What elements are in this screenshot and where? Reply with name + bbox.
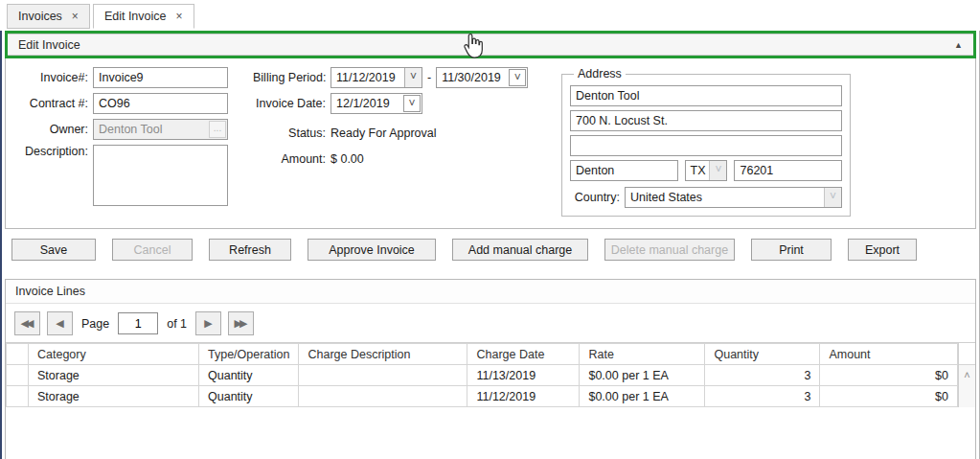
row-selector[interactable]: [7, 365, 29, 386]
address-line2-input[interactable]: [570, 110, 842, 131]
cell-rate[interactable]: $0.00 per 1 EA: [580, 386, 705, 407]
billing-period-end-datepicker[interactable]: 11/30/2019 ˅: [436, 67, 528, 88]
column-header-charge-description[interactable]: Charge Description: [299, 344, 467, 365]
address-legend: Address: [574, 67, 626, 80]
last-page-button[interactable]: ▶▶: [228, 311, 254, 335]
tab-invoices[interactable]: Invoices ×: [7, 4, 90, 29]
grid-pager: ◀◀ ◀ Page of 1 ▶ ▶▶: [6, 304, 975, 342]
chevron-down-icon[interactable]: ˅: [403, 95, 421, 112]
invoice-date-datepicker[interactable]: 12/1/2019 ˅: [330, 93, 422, 114]
page-number-input[interactable]: [118, 312, 158, 334]
app-window: Invoices × Edit Invoice × Edit Invoice ▲…: [0, 0, 980, 459]
cell-category[interactable]: Storage: [29, 386, 199, 407]
grid-vertical-scrollbar[interactable]: ˄: [958, 343, 975, 407]
form-column-left: Invoice#: Contract #: Owner: ... Descrip…: [8, 67, 232, 211]
column-header-rate[interactable]: Rate: [580, 344, 705, 365]
billing-period-separator: -: [427, 71, 431, 84]
contract-number-input[interactable]: [93, 93, 228, 114]
status-value: Ready For Approval: [330, 126, 436, 140]
zip-input[interactable]: [734, 160, 842, 181]
invoice-number-input[interactable]: [93, 67, 228, 88]
save-button[interactable]: Save: [11, 239, 96, 261]
first-page-button[interactable]: ◀◀: [14, 311, 40, 335]
previous-page-button[interactable]: ◀: [47, 311, 73, 335]
cancel-button[interactable]: Cancel: [112, 239, 193, 261]
amount-label: Amount:: [253, 152, 326, 166]
cell-category[interactable]: Storage: [29, 365, 199, 386]
page-label: Page: [81, 317, 109, 331]
invoice-lines-panel: Invoice Lines ◀◀ ◀ Page of 1 ▶ ▶▶: [5, 279, 976, 459]
tab-edit-invoice-label: Edit Invoice: [104, 10, 167, 23]
cell-quantity[interactable]: 3: [705, 365, 820, 386]
approve-invoice-button[interactable]: Approve Invoice: [308, 239, 436, 261]
description-input[interactable]: [93, 145, 228, 206]
column-header-type-operation[interactable]: Type/Operation: [199, 344, 299, 365]
address-line1-input[interactable]: [570, 85, 842, 106]
address-line3-input[interactable]: [570, 135, 842, 156]
billing-period-start-datepicker[interactable]: 11/12/2019 ˅: [330, 67, 422, 88]
state-value: TX: [686, 161, 710, 180]
cell-rate[interactable]: $0.00 per 1 EA: [580, 365, 705, 386]
delete-manual-charge-button[interactable]: Delete manual charge: [604, 239, 735, 261]
column-header-amount[interactable]: Amount: [820, 344, 958, 365]
chevron-down-icon[interactable]: ˅: [404, 68, 422, 87]
table-row[interactable]: Storage Quantity 11/13/2019 $0.00 per 1 …: [7, 365, 958, 386]
amount-value: $ 0.00: [330, 152, 364, 166]
cell-charge-date[interactable]: 11/13/2019: [467, 365, 580, 386]
tab-bar: Invoices × Edit Invoice ×: [0, 0, 980, 29]
invoice-lines-title: Invoice Lines: [6, 280, 975, 304]
column-header-charge-date[interactable]: Charge Date: [467, 344, 580, 365]
owner-input: [93, 119, 228, 140]
expander-title: Edit Invoice: [18, 38, 80, 52]
tab-edit-invoice-close-icon[interactable]: ×: [176, 11, 183, 22]
refresh-button[interactable]: Refresh: [209, 239, 291, 261]
invoice-number-label: Invoice#:: [8, 71, 88, 84]
state-combobox[interactable]: TX ˅: [685, 160, 728, 181]
invoice-lines-grid: Category Type/Operation Charge Descripti…: [6, 342, 975, 407]
add-manual-charge-button[interactable]: Add manual charge: [452, 239, 588, 261]
chevron-down-icon[interactable]: ˅: [509, 69, 526, 86]
export-button[interactable]: Export: [848, 239, 917, 261]
cell-type[interactable]: Quantity: [199, 386, 299, 407]
invoice-toolbar: Save Cancel Refresh Approve Invoice Add …: [5, 229, 976, 261]
owner-browse-button[interactable]: ...: [209, 121, 226, 138]
status-label: Status:: [253, 126, 326, 140]
print-button[interactable]: Print: [751, 239, 832, 261]
scroll-up-icon[interactable]: ˄: [964, 365, 969, 380]
cell-quantity[interactable]: 3: [705, 386, 820, 407]
address-groupbox: Address TX ˅ Country: United States: [561, 67, 851, 217]
edit-invoice-page: Edit Invoice ▲ Invoice#: Contract #:: [0, 31, 980, 459]
cell-type[interactable]: Quantity: [199, 365, 299, 386]
form-column-middle: Billing Period: 11/12/2019 ˅ - 11/30/201…: [253, 67, 540, 171]
contract-number-label: Contract #:: [8, 97, 88, 110]
invoice-date-label: Invoice Date:: [253, 97, 326, 110]
country-value: United States: [626, 188, 824, 207]
billing-period-end-value: 11/30/2019: [437, 68, 508, 87]
city-input[interactable]: [570, 160, 678, 181]
country-label: Country:: [570, 191, 620, 204]
tab-invoices-close-icon[interactable]: ×: [72, 11, 79, 22]
row-selector-header: [7, 344, 29, 365]
invoice-date-value: 12/1/2019: [331, 94, 402, 113]
billing-period-start-value: 11/12/2019: [331, 68, 404, 87]
chevron-down-icon: ˅: [824, 188, 841, 207]
column-header-quantity[interactable]: Quantity: [705, 344, 820, 365]
tab-invoices-label: Invoices: [18, 10, 62, 23]
cell-description[interactable]: [299, 386, 467, 407]
cell-charge-date[interactable]: 11/12/2019: [467, 386, 580, 407]
billing-period-label: Billing Period:: [253, 71, 326, 84]
collapse-up-icon[interactable]: ▲: [954, 40, 963, 50]
cell-amount[interactable]: $0: [820, 386, 958, 407]
tab-edit-invoice[interactable]: Edit Invoice ×: [93, 4, 194, 29]
table-row[interactable]: Storage Quantity 11/12/2019 $0.00 per 1 …: [7, 386, 958, 407]
chevron-down-icon: ˅: [709, 161, 726, 180]
cell-amount[interactable]: $0: [820, 365, 958, 386]
next-page-button[interactable]: ▶: [195, 311, 221, 335]
row-selector[interactable]: [7, 386, 29, 407]
edit-invoice-expander-header[interactable]: Edit Invoice ▲: [5, 31, 976, 58]
country-combobox[interactable]: United States ˅: [625, 187, 842, 208]
description-label: Description:: [8, 145, 88, 158]
column-header-category[interactable]: Category: [29, 344, 199, 365]
grid-header-row: Category Type/Operation Charge Descripti…: [7, 344, 958, 365]
cell-description[interactable]: [299, 365, 467, 386]
